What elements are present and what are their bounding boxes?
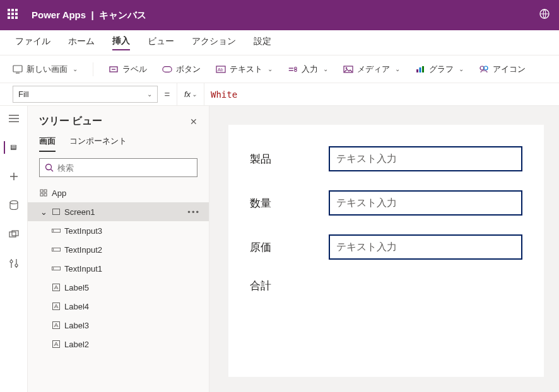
tab-components[interactable]: コンポーネント	[69, 135, 127, 152]
insert-button-button[interactable]: ボタン	[162, 64, 201, 75]
tab-screens[interactable]: 画面	[39, 135, 56, 152]
rail-data[interactable]	[8, 199, 20, 212]
tree-search-input[interactable]	[57, 163, 192, 173]
environment-icon[interactable]	[539, 8, 550, 20]
tree-item-label5[interactable]: Label5	[28, 278, 209, 297]
search-icon	[45, 163, 54, 172]
tree-item-label3[interactable]: Label3	[28, 316, 209, 335]
label-icon	[52, 283, 61, 292]
svg-rect-36	[40, 190, 43, 192]
svg-point-32	[10, 260, 13, 263]
svg-rect-14	[416, 69, 418, 72]
rail-insert[interactable]	[8, 170, 20, 183]
svg-point-13	[346, 67, 348, 69]
tree-item-textinput3[interactable]: TextInput3	[28, 221, 209, 240]
menu-action[interactable]: アクション	[192, 36, 236, 50]
icons-icon	[479, 64, 489, 74]
svg-point-18	[484, 66, 488, 70]
tree-item-textinput2[interactable]: TextInput2	[28, 240, 209, 259]
chevron-down-icon: ⌄	[459, 66, 464, 72]
tree-view-title: ツリー ビュー	[39, 115, 102, 128]
tree-item-label2[interactable]: Label2	[28, 335, 209, 354]
formula-bar: Fill ⌄ = fx ⌄ White	[0, 83, 559, 106]
textinput-icon	[52, 245, 61, 254]
canvas-label-cost[interactable]: 原価	[250, 240, 329, 255]
canvas-textinput-cost[interactable]: テキスト入力	[329, 234, 523, 260]
tree-item-screen1[interactable]: ⌄ Screen1 •••	[28, 202, 209, 221]
svg-rect-39	[44, 193, 47, 196]
insert-icons-button[interactable]: アイコン	[479, 64, 526, 75]
chevron-down-icon[interactable]: ⌄	[39, 207, 48, 216]
svg-rect-40	[53, 209, 60, 215]
insert-label-button[interactable]: ラベル	[109, 64, 147, 75]
menu-insert[interactable]: 挿入	[112, 35, 130, 50]
media-icon	[343, 64, 353, 74]
tree-view-panel: ツリー ビュー ✕ 画面 コンポーネント App ⌄ Screen1 •••	[28, 106, 209, 392]
screen-icon	[52, 207, 61, 216]
canvas-area[interactable]: 製品 テキスト入力 数量 テキスト入力 原価 テキスト入力 合計	[209, 106, 559, 392]
svg-line-35	[51, 170, 54, 172]
chevron-down-icon: ⌄	[395, 66, 400, 72]
svg-rect-16	[422, 66, 424, 72]
menu-bar: ファイル ホーム 挿入 ビュー アクション 設定	[0, 30, 559, 55]
svg-rect-37	[44, 190, 47, 192]
canvas-screen1[interactable]: 製品 テキスト入力 数量 テキスト入力 原価 テキスト入力 合計	[228, 125, 544, 377]
tree-list: App ⌄ Screen1 ••• TextInput3 TextInput2 …	[28, 183, 209, 392]
canvas-textinput-quantity[interactable]: テキスト入力	[329, 190, 523, 216]
svg-text:Ab: Ab	[218, 67, 223, 72]
chevron-down-icon: ⌄	[268, 66, 273, 72]
rail-tree-view[interactable]	[4, 141, 16, 154]
button-icon	[162, 64, 172, 74]
more-icon[interactable]: •••	[187, 207, 200, 217]
insert-chart-button[interactable]: グラフ⌄	[415, 64, 464, 75]
svg-rect-24	[11, 149, 16, 149]
text-icon: Ab	[216, 64, 226, 74]
chart-icon	[415, 64, 425, 74]
canvas-label-quantity[interactable]: 数量	[250, 196, 329, 210]
waffle-icon[interactable]	[8, 9, 20, 21]
svg-rect-15	[420, 67, 421, 72]
insert-media-button[interactable]: メディア⌄	[343, 64, 400, 75]
svg-rect-29	[12, 231, 18, 236]
input-icon	[288, 64, 298, 74]
textinput-icon	[52, 264, 61, 273]
tree-search[interactable]	[39, 158, 197, 177]
insert-text-button[interactable]: Ab テキスト⌄	[216, 64, 273, 75]
chevron-down-icon: ⌄	[192, 91, 197, 98]
tree-item-label4[interactable]: Label4	[28, 297, 209, 316]
insert-input-button[interactable]: 入力⌄	[288, 64, 328, 75]
svg-point-27	[10, 201, 18, 204]
menu-settings[interactable]: 設定	[254, 36, 271, 50]
ribbon-toolbar: 新しい画面⌄ ラベル ボタン Ab テキスト⌄ 入力⌄ メディア⌄ グラフ⌄ ア…	[0, 55, 559, 83]
app-header: Power Apps | キャンバス	[0, 0, 559, 30]
tree-item-app[interactable]: App	[28, 183, 209, 202]
label-icon	[52, 302, 61, 311]
menu-file[interactable]: ファイル	[15, 36, 50, 50]
label-icon	[52, 340, 61, 349]
canvas-label-total[interactable]: 合計	[250, 279, 332, 293]
canvas-textinput-product[interactable]: テキスト入力	[329, 146, 523, 171]
new-screen-button[interactable]: 新しい画面⌄	[13, 64, 78, 75]
svg-rect-22	[11, 146, 16, 147]
tree-item-textinput1[interactable]: TextInput1	[28, 259, 209, 278]
label-icon	[52, 321, 61, 330]
equals-sign: =	[158, 83, 177, 105]
rail-advanced[interactable]	[8, 257, 20, 270]
label-icon	[109, 64, 119, 74]
close-icon[interactable]: ✕	[190, 117, 197, 127]
canvas-label-product[interactable]: 製品	[250, 152, 329, 166]
menu-home[interactable]: ホーム	[68, 36, 95, 50]
formula-input[interactable]: White	[204, 83, 559, 105]
chevron-down-icon: ⌄	[323, 66, 328, 72]
svg-point-34	[46, 164, 52, 170]
menu-view[interactable]: ビュー	[148, 36, 174, 50]
chevron-down-icon: ⌄	[147, 91, 152, 98]
rail-hamburger[interactable]	[8, 112, 20, 125]
property-selector[interactable]: Fill ⌄	[13, 86, 158, 103]
chevron-down-icon: ⌄	[73, 66, 78, 72]
fx-label[interactable]: fx ⌄	[177, 83, 204, 105]
rail-media[interactable]	[8, 228, 20, 241]
svg-point-11	[295, 69, 297, 72]
svg-point-33	[15, 264, 18, 267]
screen-icon	[13, 64, 23, 74]
